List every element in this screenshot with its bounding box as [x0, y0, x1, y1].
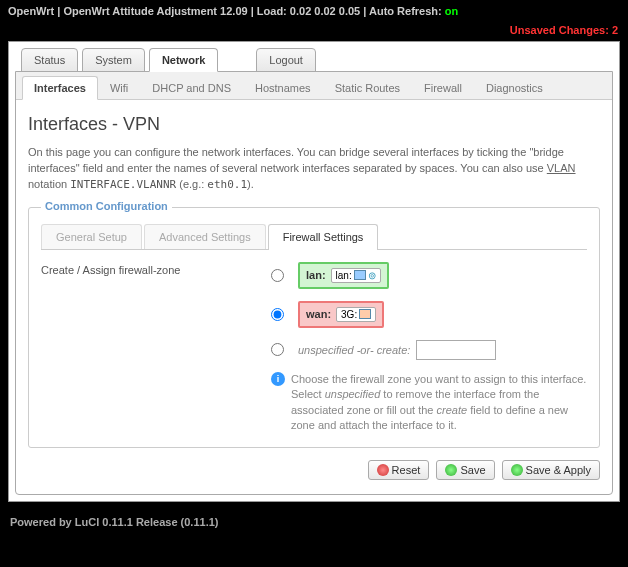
sub-tabs: Interfaces Wifi DHCP and DNS Hostnames S… [16, 72, 612, 100]
wan-3g-icon [359, 309, 371, 319]
subtab-hostnames[interactable]: Hostnames [243, 76, 323, 99]
firewall-zone-label: Create / Assign firewall-zone [41, 262, 271, 434]
subtab-interfaces[interactable]: Interfaces [22, 76, 98, 100]
header-bar: OpenWrt | OpenWrt Attitude Adjustment 12… [0, 0, 628, 22]
content: Interfaces - VPN On this page you can co… [16, 100, 612, 494]
action-bar: Reset Save Save & Apply [28, 460, 600, 480]
zone-unspec-label: unspecified -or- create: [298, 344, 410, 356]
subtab-firewall[interactable]: Firewall [412, 76, 474, 99]
itab-advanced[interactable]: Advanced Settings [144, 224, 266, 249]
inner-tabs: General Setup Advanced Settings Firewall… [41, 224, 587, 250]
subtitle: OpenWrt Attitude Adjustment 12.09 [63, 5, 247, 17]
unsaved-changes[interactable]: Unsaved Changes: 2 [0, 22, 628, 41]
zone-hint: i Choose the firewall zone you want to a… [271, 372, 587, 434]
firewall-zone-row: Create / Assign firewall-zone lan: lan:⊚ [41, 250, 587, 434]
zone-create-input[interactable] [416, 340, 496, 360]
zone-wan-name: wan: [306, 308, 331, 320]
load-values: 0.02 0.02 0.05 [290, 5, 360, 17]
zone-wan-row[interactable]: wan: 3G: [271, 301, 587, 328]
load-label: Load: [257, 5, 287, 17]
main-tabs: Status System Network Logout [15, 48, 613, 72]
common-config-fieldset: Common Configuration General Setup Advan… [28, 207, 600, 449]
main-container: Status System Network Logout Interfaces … [8, 41, 620, 502]
itab-firewall[interactable]: Firewall Settings [268, 224, 379, 250]
subtab-container: Interfaces Wifi DHCP and DNS Hostnames S… [15, 71, 613, 495]
tab-system[interactable]: System [82, 48, 145, 72]
autorefresh-label: Auto Refresh: [369, 5, 442, 17]
subtab-static[interactable]: Static Routes [323, 76, 412, 99]
save-apply-button[interactable]: Save & Apply [502, 460, 600, 480]
save-icon [445, 464, 457, 476]
zone-wan-box: wan: 3G: [298, 301, 384, 328]
zone-unspec-row[interactable]: unspecified -or- create: [271, 340, 587, 360]
save-button[interactable]: Save [436, 460, 494, 480]
subtab-wifi[interactable]: Wifi [98, 76, 140, 99]
tab-status[interactable]: Status [21, 48, 78, 72]
zone-lan-row[interactable]: lan: lan:⊚ [271, 262, 587, 289]
zone-wan-badge: 3G: [336, 307, 376, 322]
hint-text: Choose the firewall zone you want to ass… [291, 372, 587, 434]
info-icon: i [271, 372, 285, 386]
zone-lan-badge: lan:⊚ [331, 268, 381, 283]
zone-lan-radio[interactable] [271, 269, 284, 282]
subtab-diagnostics[interactable]: Diagnostics [474, 76, 555, 99]
lan-port-icon [354, 270, 366, 280]
reset-button[interactable]: Reset [368, 460, 430, 480]
itab-general[interactable]: General Setup [41, 224, 142, 249]
zone-lan-box: lan: lan:⊚ [298, 262, 389, 289]
tab-network[interactable]: Network [149, 48, 218, 72]
zone-wan-radio[interactable] [271, 308, 284, 321]
tab-logout[interactable]: Logout [256, 48, 316, 72]
fieldset-legend: Common Configuration [41, 200, 172, 212]
zone-unspec-radio[interactable] [271, 343, 284, 356]
reset-icon [377, 464, 389, 476]
autorefresh-state[interactable]: on [445, 5, 458, 17]
subtab-dhcp[interactable]: DHCP and DNS [140, 76, 243, 99]
firewall-zone-field: lan: lan:⊚ wan: 3G: [271, 262, 587, 434]
page-description: On this page you can configure the netwo… [28, 145, 600, 193]
page-title: Interfaces - VPN [28, 114, 600, 135]
footer: Powered by LuCI 0.11.1 Release (0.11.1) [0, 510, 628, 538]
save-apply-icon [511, 464, 523, 476]
brand: OpenWrt [8, 5, 54, 17]
zone-lan-name: lan: [306, 269, 326, 281]
